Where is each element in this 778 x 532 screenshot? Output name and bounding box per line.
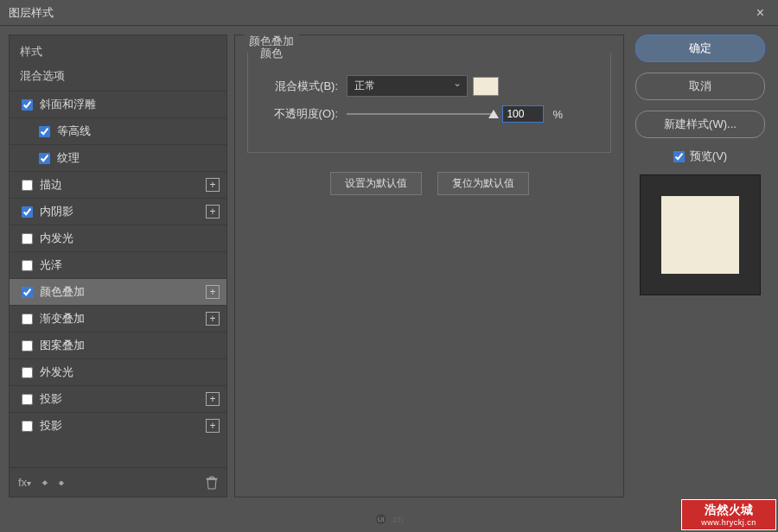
default-buttons: 设置为默认值 复位为默认值 <box>247 172 611 195</box>
style-checkbox[interactable] <box>22 206 33 218</box>
svg-text:UI: UI <box>378 516 385 523</box>
style-label: 描边 <box>40 177 206 193</box>
style-label: 内阴影 <box>40 204 206 219</box>
add-effect-icon[interactable]: + <box>206 285 220 299</box>
style-checkbox[interactable] <box>22 314 33 325</box>
style-label: 颜色叠加 <box>40 284 206 300</box>
sidebar-header: 样式 <box>10 35 226 65</box>
blend-mode-label: 混合模式(B): <box>260 79 338 94</box>
style-checkbox[interactable] <box>22 421 33 432</box>
style-label: 外发光 <box>40 364 220 380</box>
style-label: 投影 <box>40 391 206 407</box>
opacity-slider[interactable]: % <box>347 105 563 123</box>
slider-thumb-icon[interactable] <box>488 110 499 118</box>
blend-options[interactable]: 混合选项 <box>10 65 226 91</box>
ok-button[interactable]: 确定 <box>635 35 765 62</box>
group-title: 颜色 <box>257 46 286 61</box>
style-checkbox[interactable] <box>22 180 33 191</box>
watermark-uicn: UI .cn <box>375 513 404 525</box>
add-effect-icon[interactable]: + <box>206 205 220 218</box>
right-column: 确定 取消 新建样式(W)... 预览(V) <box>631 35 769 497</box>
preview-swatch <box>661 196 739 274</box>
style-item-9[interactable]: 图案叠加 <box>10 332 226 358</box>
style-item-7[interactable]: 颜色叠加+ <box>10 278 226 305</box>
style-checkbox[interactable] <box>39 153 50 164</box>
opacity-label: 不透明度(O): <box>260 106 338 122</box>
style-checkbox[interactable] <box>22 287 33 298</box>
style-checkbox[interactable] <box>22 394 33 405</box>
watermark-stamp: 浩然火城 www.hryckj.cn <box>681 499 776 530</box>
style-item-6[interactable]: 光泽 <box>10 251 226 278</box>
style-label: 图案叠加 <box>40 338 220 353</box>
move-up-icon[interactable]: 🠹 <box>41 476 48 490</box>
style-checkbox[interactable] <box>22 260 33 271</box>
style-item-3[interactable]: 描边+ <box>10 171 226 198</box>
cancel-button[interactable]: 取消 <box>635 73 765 100</box>
style-item-4[interactable]: 内阴影+ <box>10 198 226 225</box>
dialog-body: 样式 混合选项 斜面和浮雕等高线纹理描边+内阴影+内发光光泽颜色叠加+渐变叠加+… <box>0 26 778 506</box>
reset-default-button[interactable]: 复位为默认值 <box>437 172 529 195</box>
style-item-0[interactable]: 斜面和浮雕 <box>10 91 226 117</box>
color-group: 颜色 混合模式(B): 正常 不透明度(O): % <box>247 53 611 153</box>
styles-sidebar: 样式 混合选项 斜面和浮雕等高线纹理描边+内阴影+内发光光泽颜色叠加+渐变叠加+… <box>9 35 227 497</box>
blend-mode-row: 混合模式(B): 正常 <box>260 75 598 97</box>
style-label: 斜面和浮雕 <box>40 97 220 112</box>
stamp-url: www.hryckj.cn <box>701 518 756 527</box>
style-label: 纹理 <box>57 150 220 166</box>
fx-menu-icon[interactable]: fx▾ <box>18 476 31 489</box>
preview-label: 预览(V) <box>690 149 727 164</box>
style-checkbox[interactable] <box>22 233 33 244</box>
style-item-8[interactable]: 渐变叠加+ <box>10 305 226 332</box>
style-item-10[interactable]: 外发光 <box>10 358 226 385</box>
main-panel: 颜色叠加 颜色 混合模式(B): 正常 不透明度(O): % <box>234 35 624 497</box>
style-list: 斜面和浮雕等高线纹理描边+内阴影+内发光光泽颜色叠加+渐变叠加+图案叠加外发光投… <box>10 91 226 467</box>
add-effect-icon[interactable]: + <box>206 392 220 406</box>
close-icon[interactable]: × <box>751 5 769 21</box>
new-style-button[interactable]: 新建样式(W)... <box>635 111 765 138</box>
style-label: 等高线 <box>57 124 220 139</box>
set-default-button[interactable]: 设置为默认值 <box>330 172 422 195</box>
preview-canvas <box>640 174 761 295</box>
blend-mode-select[interactable]: 正常 <box>347 75 468 97</box>
slider-track[interactable] <box>347 113 494 115</box>
style-item-2[interactable]: 纹理 <box>10 144 226 171</box>
opacity-row: 不透明度(O): % <box>260 105 598 123</box>
opacity-input[interactable] <box>502 105 544 123</box>
add-effect-icon[interactable]: + <box>206 178 220 192</box>
style-item-11[interactable]: 投影+ <box>10 385 226 412</box>
style-item-1[interactable]: 等高线 <box>10 117 226 144</box>
style-checkbox[interactable] <box>22 340 33 352</box>
style-label: 光泽 <box>40 257 220 273</box>
window-title: 图层样式 <box>9 5 54 21</box>
style-label: 渐变叠加 <box>40 311 206 326</box>
color-swatch[interactable] <box>473 77 499 96</box>
style-checkbox[interactable] <box>22 367 33 378</box>
style-checkbox[interactable] <box>39 126 50 137</box>
style-item-12[interactable]: 投影+ <box>10 412 226 439</box>
titlebar: 图层样式 × <box>0 0 778 26</box>
sidebar-footer: fx▾ 🠹 🠻 <box>10 467 226 497</box>
style-label: 投影 <box>40 418 206 434</box>
move-down-icon[interactable]: 🠻 <box>58 476 64 490</box>
add-effect-icon[interactable]: + <box>206 419 220 433</box>
trash-icon[interactable] <box>206 476 218 490</box>
add-effect-icon[interactable]: + <box>206 312 220 326</box>
preview-toggle[interactable]: 预览(V) <box>673 149 727 164</box>
opacity-unit: % <box>552 108 563 121</box>
style-checkbox[interactable] <box>22 99 33 111</box>
style-label: 内发光 <box>40 231 220 246</box>
preview-checkbox[interactable] <box>673 151 685 162</box>
style-item-5[interactable]: 内发光 <box>10 225 226 251</box>
stamp-brand: 浩然火城 <box>705 503 753 518</box>
